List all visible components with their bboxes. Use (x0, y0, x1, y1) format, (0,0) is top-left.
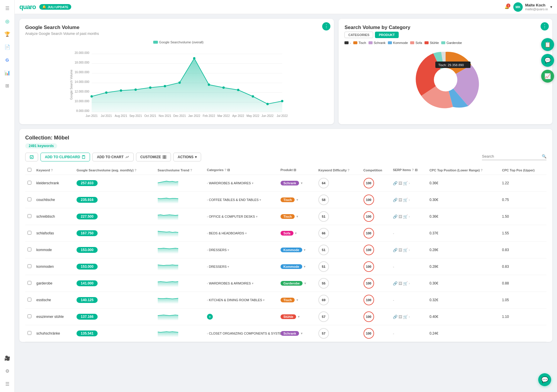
svg-point-23 (193, 57, 196, 59)
svg-text:Jun 2021: Jun 2021 (86, 114, 98, 117)
expand-category[interactable]: ▾ (259, 198, 261, 202)
row-checkbox[interactable] (28, 248, 31, 251)
svg-point-27 (252, 95, 254, 98)
row-checkbox[interactable] (28, 298, 31, 301)
produkt-expand[interactable]: ▾ (296, 198, 298, 202)
volume-cell: 167.750 (74, 225, 155, 242)
sidebar-target[interactable]: ◎ (2, 16, 13, 26)
row-checkbox[interactable] (28, 197, 31, 201)
sidebar-grid[interactable]: ⊞ (2, 80, 13, 91)
row-checkbox[interactable] (28, 181, 31, 185)
row-checkbox[interactable] (28, 331, 31, 335)
cpc-low-cell: 0.40€ (427, 309, 500, 325)
produkt-expand[interactable]: ▾ (304, 265, 305, 269)
produkt-cell: Tisch ▾ (278, 192, 316, 208)
difficulty-circle: 58 (318, 195, 329, 205)
user-menu[interactable]: MK Malte Koch malte@quaro.io ▾ (513, 2, 552, 12)
sidebar-menu[interactable]: ☰ (2, 3, 13, 13)
serp-filter-icon[interactable]: ⊟ (415, 168, 417, 172)
collection-title: Collection: Möbel (25, 135, 546, 141)
select-all-checkbox[interactable] (28, 168, 31, 172)
produkt-expand[interactable]: ▾ (301, 331, 303, 335)
keyword-cell: kleiderschrank (34, 175, 74, 192)
row-checkbox[interactable] (28, 314, 31, 318)
trend-cell (155, 258, 205, 275)
produkt-filter-icon[interactable]: ⊟ (293, 168, 296, 172)
produkt-expand[interactable]: ▾ (296, 214, 298, 219)
sidebar-video[interactable]: 🎥 (2, 353, 13, 363)
cpc-high-cell: 1.10 (500, 309, 546, 325)
line-chart-menu[interactable]: ⋮ (322, 22, 330, 30)
table-row: couchtische 235.916 ‹ COFFEE TABLES & EN… (25, 192, 546, 208)
notification-button[interactable]: 🔔 1 (505, 5, 509, 9)
table-row: schlafsofas 167.750 ‹ BEDS & HEADBOARDS … (25, 225, 546, 242)
search-input[interactable] (482, 154, 540, 158)
right-action-trend[interactable]: 📈 (541, 70, 554, 83)
cpc-high-cell: 0.75 (500, 192, 546, 208)
chat-bubble-button[interactable]: 💬 (538, 373, 551, 386)
avatar: MK (513, 2, 523, 12)
add-clipboard-button[interactable]: ADD TO CLIPBOARD (40, 153, 90, 161)
svg-point-45 (434, 68, 457, 91)
row-checkbox[interactable] (28, 264, 31, 268)
category-cell: ‹ DRESSERS ▾ (205, 258, 278, 275)
row-checkbox[interactable] (28, 281, 31, 285)
nav-left-icon[interactable]: ‹ (207, 198, 208, 202)
sidebar-list[interactable]: ☰ (2, 379, 13, 389)
serp-icons: - (393, 231, 425, 236)
nav-left-icon[interactable]: ‹ (207, 298, 208, 302)
nav-left-icon[interactable]: ‹ (207, 181, 208, 185)
expand-category[interactable]: ▾ (252, 181, 254, 185)
sidebar-trophy[interactable]: 🏆 (2, 29, 13, 39)
nav-left-icon[interactable]: ‹ (207, 215, 208, 218)
sidebar-document[interactable]: 📄 (2, 42, 13, 52)
produkt-expand[interactable]: ▾ (298, 315, 300, 319)
expand-category[interactable]: ▾ (245, 231, 247, 235)
expand-category[interactable]: ▾ (256, 215, 258, 218)
sidebar-google[interactable]: G (2, 54, 13, 65)
trend-sparkline (158, 279, 178, 287)
trend-sparkline (158, 246, 178, 254)
row-checkbox[interactable] (28, 214, 31, 218)
expand-category[interactable]: ▾ (263, 298, 265, 302)
produkt-expand[interactable]: ▾ (304, 248, 305, 252)
sidebar-settings[interactable]: ⚙ (2, 366, 13, 376)
nav-left-icon[interactable]: ‹ (207, 265, 208, 268)
svg-rect-52 (163, 157, 164, 158)
produkt-expand[interactable]: ▾ (301, 181, 303, 185)
actions-button[interactable]: ACTIONS ▾ (173, 153, 201, 161)
serp-icons: - (393, 331, 425, 336)
sidebar-chart[interactable]: 📊 (2, 67, 13, 78)
pie-chart-title: Search Volume by Category (344, 25, 546, 30)
nav-left-icon[interactable]: ‹ (207, 332, 208, 335)
produkt-expand[interactable]: ▾ (304, 281, 306, 285)
pie-chart-menu[interactable]: ⋮ (541, 22, 549, 30)
produkt-expand[interactable]: ▾ (295, 231, 297, 235)
update-badge[interactable]: 🔔 JULI UPDATE (39, 4, 71, 10)
right-action-chat[interactable]: 💬 (541, 54, 554, 67)
expand-category[interactable]: ▾ (227, 248, 229, 252)
volume-badge: 153.000 (77, 247, 98, 253)
keyword-cell: schlafsofas (34, 225, 74, 242)
select-all-button[interactable] (25, 153, 38, 161)
svg-text:10.000.000: 10.000.000 (75, 100, 89, 103)
expand-category[interactable]: ▾ (252, 282, 254, 285)
difficulty-circle: 57 (318, 328, 329, 339)
cpc-high-cell: 0.83 (500, 258, 546, 275)
right-action-clipboard[interactable]: 📋 (541, 38, 554, 51)
add-category-icon[interactable]: + (207, 314, 213, 320)
nav-left-icon[interactable]: ‹ (207, 248, 208, 252)
expand-category[interactable]: ▾ (227, 265, 229, 268)
tab-categories[interactable]: CATEGORIES (344, 32, 373, 38)
row-checkbox[interactable] (28, 231, 31, 235)
competition-cell: 100 (361, 309, 391, 325)
customize-button[interactable]: CUSTOMIZE (136, 153, 171, 161)
filter-icon[interactable]: ⊟ (227, 168, 230, 172)
nav-left-icon[interactable]: ‹ (207, 231, 208, 235)
add-chart-button[interactable]: ADD TO CHART (92, 153, 133, 161)
nav-left-icon[interactable]: ‹ (207, 282, 208, 285)
serp-cell: - (390, 292, 427, 309)
competition-cell: 100 (361, 225, 391, 242)
tab-produkt[interactable]: PRODUKT (375, 32, 398, 38)
produkt-expand[interactable]: ▾ (296, 298, 298, 302)
